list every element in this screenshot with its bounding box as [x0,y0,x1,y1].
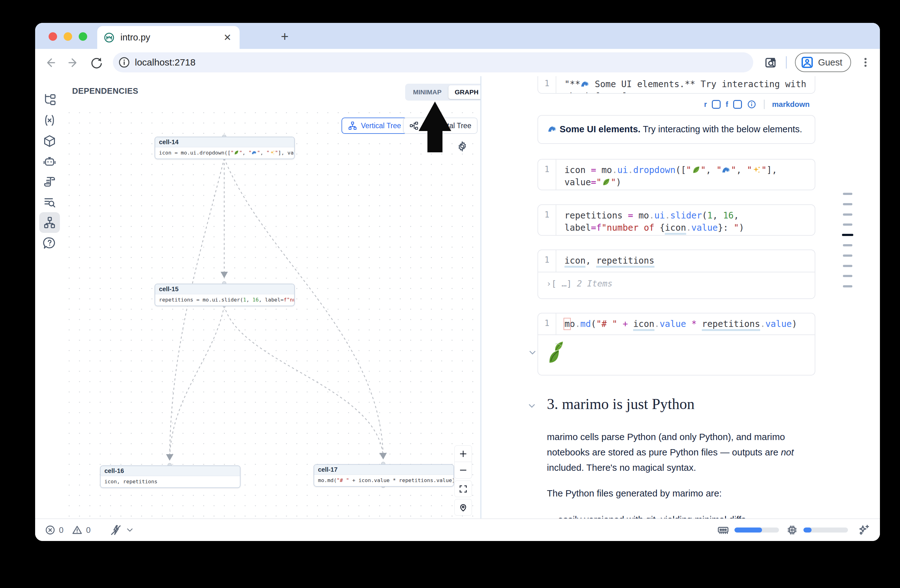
markdown-output-text: Some UI elements. Try interacting with t… [548,124,802,135]
checkbox-icon[interactable] [733,100,742,109]
notebook-cell-slider[interactable]: 1 repetitions = mo.ui.slider(1, 16, labe… [537,204,815,236]
code-line: icon = mo.ui.dropdown(["", "", ""], [565,164,815,176]
graph-node-cell-15[interactable]: cell-15 repetitions = mo.ui.slider(1, 16… [155,284,295,306]
memory-usage-fill [734,528,762,532]
locate-button[interactable] [455,499,472,515]
horizontal-tree-button[interactable]: Horizontal Tree [403,118,478,134]
horizontal-tree-icon [409,121,419,130]
notebook-pane: 1 "** Some UI elements.** Try interactin… [481,76,880,519]
graph-node-cell-17[interactable]: cell-17 mo.md("# " + icon.value * repeti… [313,464,454,487]
line-number: 1 [538,313,556,328]
tab-minimap[interactable]: MINIMAP [407,85,448,99]
minimap-line-active[interactable] [842,234,853,236]
browser-menu-icon[interactable] [859,56,872,69]
graph-node-cell-16[interactable]: cell-16 icon, repetitions [100,466,241,488]
window-minimize-button[interactable] [64,32,72,41]
cpu-usage-bar [804,528,848,532]
profile-button[interactable]: Guest [795,53,851,72]
browser-window: intro.py ✕ + localhost:2718 Guest [35,23,880,541]
clipped-list-item: easily versioned with git, yielding mini… [558,512,746,519]
file-tree-icon [43,93,56,107]
minimap-line[interactable] [843,203,852,205]
minimap-line[interactable] [843,285,852,288]
format-shortcut-label: f [726,100,728,109]
graph-settings-button[interactable] [456,141,468,152]
minimap-line[interactable] [843,193,852,195]
url-bar[interactable]: localhost:2718 [113,53,753,73]
node-code: repetitions = mo.ui.slider(1, 16, label=… [155,294,294,306]
forward-icon[interactable] [65,54,82,71]
back-icon[interactable] [42,54,58,71]
zoom-out-button[interactable] [455,462,472,479]
node-title: cell-17 [314,465,453,475]
sidebar-item-snippets[interactable] [39,172,60,192]
warnings-icon[interactable] [71,525,83,535]
left-icon-rail [35,76,65,519]
horizontal-tree-label: Horizontal Tree [422,122,471,130]
markdown-output: Some UI elements. Try interacting with t… [537,115,815,144]
sidebar-item-dependencies[interactable] [39,212,60,233]
warning-count: 0 [86,525,90,535]
graph-zoom-controls [455,446,472,515]
markdown-badge[interactable]: markdown [772,100,810,109]
sidebar-item-logs[interactable] [39,192,60,213]
profile-avatar-icon [801,56,814,69]
minimap-line[interactable] [843,223,852,226]
notebook-cell-dropdown[interactable]: 1 icon = mo.ui.dropdown(["", "", ""], va… [537,159,815,190]
vertical-tree-button[interactable]: Vertical Tree [341,118,407,134]
section-heading: 3. marimo is just Python [547,395,695,413]
collapse-output-chevron-icon[interactable] [528,348,537,357]
node-title: cell-16 [101,466,240,476]
run-shortcut-label: r [704,100,707,109]
zoom-in-button[interactable] [455,446,472,462]
help-icon [43,236,56,250]
errors-icon[interactable] [45,525,56,535]
tab-graph[interactable]: GRAPH [448,85,485,99]
ai-sparkle-icon[interactable] [857,523,871,537]
sidebar-item-variables[interactable] [39,110,60,131]
graph-edges [64,107,480,519]
line-number: 1 [538,205,556,220]
minimap-line[interactable] [843,244,852,246]
minimap-line[interactable] [843,275,852,277]
scroll-icon [43,175,56,189]
sidebar-item-help[interactable] [39,233,60,254]
chevron-down-icon[interactable] [125,525,135,535]
checkbox-icon[interactable] [712,100,721,109]
window-zoom-button[interactable] [79,32,87,41]
minimap-line[interactable] [843,254,852,257]
tab-close-icon[interactable]: ✕ [223,32,231,43]
info-circle-icon[interactable] [747,100,756,109]
browser-tab[interactable]: intro.py ✕ [97,26,240,49]
window-close-button[interactable] [49,32,57,41]
code-line: value="") [565,176,815,188]
sidebar-item-ai-assistant[interactable] [39,152,60,172]
reload-icon[interactable] [88,54,105,71]
collapse-section-chevron-icon[interactable] [527,401,537,410]
notebook-cell-markdown-source[interactable]: 1 "** Some UI elements.** Try interactin… [537,76,815,94]
autoformat-off-icon[interactable] [109,524,122,536]
error-count: 0 [59,525,64,535]
notebook-cell-md-concat[interactable]: 1 mo.md("# " + icon.value * repetitions.… [537,313,815,376]
profile-label: Guest [818,57,842,68]
collapsed-list-output[interactable]: ›[ …] 2 Items [538,272,815,295]
sidebar-item-packages[interactable] [39,131,60,152]
url-text: localhost:2718 [135,57,196,68]
page-info-icon[interactable] [118,56,130,69]
cpu-usage-fill [804,528,812,532]
node-code: icon = mo.ui.dropdown(["", "", ""], valu… [155,147,294,159]
new-tab-button[interactable]: + [276,28,293,46]
notebook-cell-tuple[interactable]: 1 icon, repetitions ›[ …] 2 Items [537,249,815,299]
node-code: mo.md("# " + icon.value * repetitions.va… [314,475,453,486]
graph-node-cell-14[interactable]: cell-14 icon = mo.ui.dropdown(["", "", "… [155,137,295,159]
graph-canvas[interactable]: Vertical Tree Horizontal Tree cell-14 ic… [64,107,480,519]
minimap-line[interactable] [843,265,852,267]
fit-view-button[interactable] [455,481,472,497]
code-line: icon, repetitions [565,254,815,267]
marimo-favicon [104,32,115,43]
tab-search-icon[interactable] [763,55,778,70]
toolbar-divider [764,100,765,109]
minimap-line[interactable] [843,214,852,216]
node-code: icon, repetitions [101,476,240,487]
sidebar-item-file-explorer[interactable] [39,89,60,110]
